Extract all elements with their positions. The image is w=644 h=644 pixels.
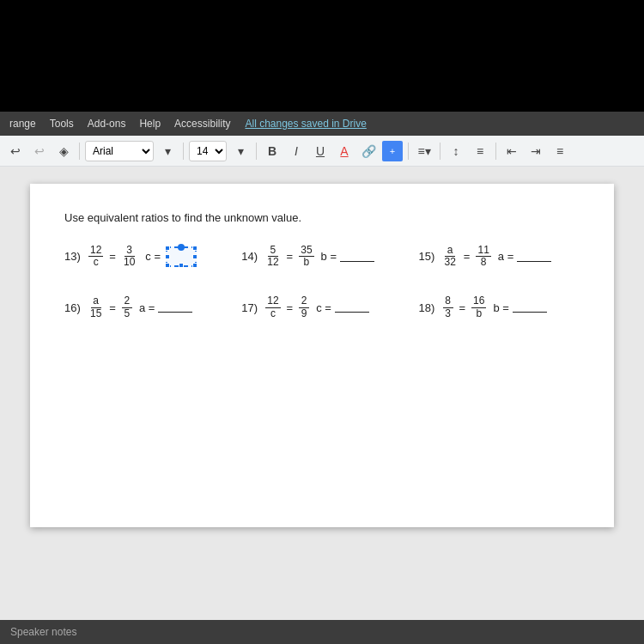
link-button[interactable]: 🔗 (358, 141, 379, 161)
toolbar-separator-6 (495, 143, 496, 160)
answer-label-17: c = (316, 301, 331, 314)
toolbar-separator-3 (256, 143, 257, 160)
redo-button[interactable]: ↩ (29, 141, 50, 161)
more-button[interactable]: ≡ (550, 141, 570, 161)
fraction-5-12: 5 12 (265, 245, 280, 268)
resize-handle-mr[interactable] (192, 254, 197, 259)
font-family-dropdown[interactable]: ▾ (157, 141, 178, 161)
fraction-16-b: 16 b (471, 295, 486, 319)
fraction-12-c: 12 c (88, 245, 103, 268)
answer-blank-15 (517, 252, 551, 262)
menu-addons[interactable]: Add-ons (82, 116, 132, 131)
align-button[interactable]: ≡▾ (414, 141, 434, 161)
save-status: All changes saved in Drive (245, 118, 366, 130)
document-page: Use equivalent ratios to find the unknow… (30, 184, 614, 527)
font-size-select[interactable]: 14 (189, 141, 227, 161)
resize-handle-bl[interactable] (165, 263, 170, 268)
image-button[interactable]: + (382, 141, 403, 161)
toolbar-separator-5 (440, 143, 440, 160)
resize-handle-tl[interactable] (165, 246, 170, 251)
answer-label-15: a = (498, 250, 513, 263)
paint-format-button[interactable]: ◈ (53, 141, 74, 161)
menu-help[interactable]: Help (133, 116, 167, 131)
list-button[interactable]: ≡ (470, 141, 490, 161)
underline-button[interactable]: U (310, 141, 331, 161)
resize-handle-ml[interactable] (165, 254, 170, 259)
answer-blank-18 (513, 302, 547, 313)
answer-label-13: c = (145, 250, 161, 263)
speaker-notes-bar: Speaker notes (0, 620, 644, 644)
undo-button[interactable]: ↩ (5, 141, 26, 161)
font-family-select[interactable]: Arial (85, 141, 154, 161)
fraction-12-c-17: 12 c (265, 295, 280, 319)
fraction-3-10: 3 10 (122, 245, 137, 268)
fraction-15: a 32 = 11 8 (443, 245, 491, 268)
answer-label-16: a = (139, 301, 155, 314)
line-spacing-button[interactable]: ↕ (446, 141, 466, 161)
indent-inc-button[interactable]: ⇥ (526, 141, 546, 161)
fraction-18: 8 3 = 16 b (443, 295, 487, 319)
problems-row-2: 16) a 15 = 2 5 a = (64, 295, 580, 319)
problem-num-16: 16) (64, 301, 85, 314)
instruction-text: Use equivalent ratios to find the unknow… (64, 211, 580, 224)
fraction-17: 12 c = 2 9 (265, 295, 309, 319)
fraction-11-8: 11 8 (476, 245, 490, 268)
problems-row-1: 13) 12 c = 3 10 c = (64, 245, 580, 268)
fraction-2-5: 2 5 (122, 295, 132, 319)
fraction-14: 5 12 = 35 b (265, 245, 313, 268)
problem-14: 14) 5 12 = 35 b b = (241, 245, 418, 268)
problem-num-14: 14) (241, 250, 262, 263)
answer-label-18: b = (493, 301, 508, 314)
menu-accessibility[interactable]: Accessibility (168, 116, 236, 131)
app-container: range Tools Add-ons Help Accessibility A… (0, 112, 644, 644)
problem-num-13: 13) (64, 250, 85, 263)
document-area: Use equivalent ratios to find the unknow… (0, 167, 644, 620)
problem-18: 18) 8 3 = 16 b b = (419, 295, 580, 319)
speaker-notes-label: Speaker notes (10, 626, 76, 638)
top-black-bar (0, 0, 644, 112)
problem-num-17: 17) (241, 301, 262, 314)
problem-num-18: 18) (419, 301, 440, 314)
problem-17: 17) 12 c = 2 9 c = (241, 295, 418, 319)
toolbar-separator-4 (408, 143, 409, 160)
answer-label-14: b = (321, 250, 337, 263)
resize-handle-bm[interactable] (179, 263, 184, 268)
toolbar-separator-2 (183, 143, 184, 160)
font-color-button[interactable]: A (334, 141, 355, 161)
problem-13: 13) 12 c = 3 10 c = (64, 245, 241, 268)
selected-text-box-13[interactable] (166, 246, 197, 267)
answer-blank-16 (158, 302, 192, 313)
answer-blank-14 (340, 252, 374, 262)
indent-dec-button[interactable]: ⇤ (501, 141, 522, 161)
bold-button[interactable]: B (262, 141, 283, 161)
fraction-a-32: a 32 (443, 245, 458, 268)
problem-16: 16) a 15 = 2 5 a = (64, 295, 241, 319)
menu-tools[interactable]: Tools (44, 116, 80, 131)
fraction-8-3: 8 3 (443, 295, 453, 319)
menu-bar: range Tools Add-ons Help Accessibility A… (0, 112, 644, 136)
menu-range[interactable]: range (3, 116, 42, 131)
answer-blank-17 (335, 302, 369, 313)
fraction-13-left: 12 c = 3 10 (88, 245, 137, 268)
resize-handle-tr[interactable] (192, 246, 197, 251)
font-size-dropdown[interactable]: ▾ (230, 141, 251, 161)
problem-num-15: 15) (419, 250, 440, 263)
fraction-a-15: a 15 (88, 295, 103, 319)
fraction-16: a 15 = 2 5 (88, 295, 132, 319)
fraction-2-9: 2 9 (299, 295, 309, 319)
toolbar: ↩ ↩ ◈ Arial ▾ 14 ▾ B I U A 🔗 + ≡▾ ↕ ≡ ⇤ … (0, 136, 644, 167)
italic-button[interactable]: I (286, 141, 307, 161)
toolbar-separator-1 (79, 143, 80, 160)
problem-15: 15) a 32 = 11 8 a = (419, 245, 580, 268)
resize-handle-br[interactable] (192, 263, 197, 268)
fraction-35-b: 35 b (299, 245, 313, 268)
